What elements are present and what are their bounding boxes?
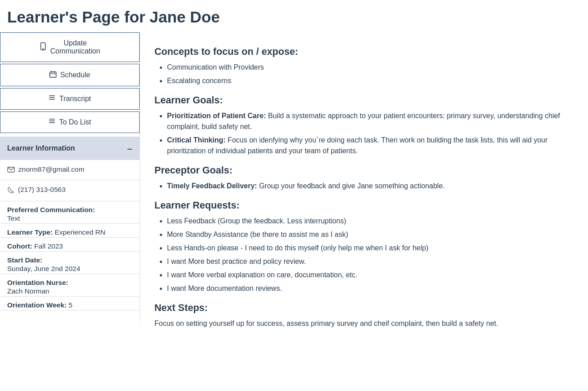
svg-point-9: [48, 96, 49, 96]
update-communication-button[interactable]: Update Communication: [0, 32, 140, 62]
start-date-label: Start Date:: [7, 256, 42, 264]
preferred-communication-row: Preferred Communication: Text: [0, 201, 140, 224]
learner-goals-list: Prioritization of Patient Care: Build a …: [154, 111, 574, 156]
main-content: Concepts to focus on / expose: Communica…: [140, 32, 588, 343]
update-communication-label: Update Communication: [50, 39, 100, 55]
email-row: znorm87@gmail.com: [0, 160, 140, 180]
learner-request-3: Less Hands-on please - I need to do this…: [167, 243, 574, 253]
svg-point-11: [48, 99, 49, 100]
schedule-button[interactable]: Schedule: [0, 64, 140, 86]
schedule-label: Schedule: [60, 71, 90, 79]
orientation-week-row: Orientation Week: 5: [0, 297, 140, 311]
orientation-week-label: Orientation Week:: [7, 301, 66, 309]
to-do-list-label: To Do List: [59, 118, 91, 126]
concepts-heading: Concepts to focus on / expose:: [154, 46, 574, 58]
svg-rect-2: [50, 72, 56, 77]
cohort-label: Cohort:: [7, 242, 32, 250]
transcript-button[interactable]: Transcript: [0, 88, 140, 110]
learner-request-5: I want More verbal explanation on care, …: [167, 270, 574, 280]
concept-item-2: Escalating concerns: [167, 76, 574, 86]
calendar-icon: [49, 71, 57, 80]
preceptor-goals-list: Timely Feedback Delivery: Group your fee…: [154, 181, 574, 191]
orientation-week-value: 5: [69, 301, 73, 309]
start-date-row: Start Date: Sunday, June 2nd 2024: [0, 252, 140, 274]
learner-goal-1-bold: Prioritization of Patient Care:: [167, 112, 266, 120]
learner-request-2: More Standby Assistance (be there to ass…: [167, 229, 574, 240]
to-do-list-button[interactable]: To Do List: [0, 111, 140, 133]
orientation-nurse-value: Zach Norman: [7, 287, 132, 295]
preceptor-goal-1-text: Group your feedback and give Jane someth…: [257, 182, 445, 190]
svg-point-15: [48, 119, 49, 120]
cohort-row: Cohort: Fall 2023: [0, 238, 140, 252]
svg-rect-1: [42, 49, 44, 49]
list-icon-todo: [48, 118, 56, 126]
learner-type-value: Experienced RN: [55, 228, 105, 236]
learner-request-4: I want More best practice and policy rev…: [167, 256, 574, 267]
orientation-nurse-label: Orientation Nurse:: [7, 279, 68, 286]
learner-type-row: Learner Type: Experienced RN: [0, 224, 140, 238]
page-title: Learner's Page for Jane Doe: [0, 0, 588, 32]
concept-item-1: Communication with Providers: [167, 62, 574, 73]
next-steps-heading: Next Steps:: [154, 302, 574, 314]
phone-row: (217) 313-0563: [0, 180, 140, 201]
learner-requests-list: Less Feedback (Group the feedback. Less …: [154, 216, 574, 294]
learner-request-1: Less Feedback (Group the feedback. Less …: [167, 216, 574, 227]
learner-request-6: I want More documentation reviews.: [167, 283, 574, 294]
orientation-nurse-row: Orientation Nurse: Zach Norman: [0, 274, 140, 297]
cohort-value: Fall 2023: [34, 242, 63, 250]
preferred-communication-label: Preferred Communication:: [7, 206, 95, 213]
svg-point-17: [48, 123, 49, 123]
preferred-communication-value: Text: [7, 214, 132, 222]
preceptor-goal-1: Timely Feedback Delivery: Group your fee…: [167, 181, 574, 191]
transcript-label: Transcript: [59, 95, 91, 103]
list-icon-transcript: [48, 95, 56, 103]
email-value: znorm87@gmail.com: [18, 165, 84, 173]
sidebar: Update Communication Schedule: [0, 32, 140, 321]
learner-goals-heading: Learner Goals:: [154, 94, 574, 106]
learner-information-label: Learner Information: [7, 144, 75, 152]
learner-goal-2-bold: Critical Thinking:: [167, 136, 226, 144]
phone-icon-info: [7, 187, 14, 196]
preceptor-goal-1-bold: Timely Feedback Delivery:: [167, 182, 257, 190]
svg-point-10: [48, 98, 49, 98]
learner-type-label: Learner Type:: [7, 228, 53, 236]
learner-goal-1: Prioritization of Patient Care: Build a …: [167, 111, 574, 132]
start-date-value: Sunday, June 2nd 2024: [7, 265, 132, 273]
concepts-list: Communication with Providers Escalating …: [154, 62, 574, 86]
svg-point-16: [48, 121, 49, 121]
preceptor-goals-heading: Preceptor Goals:: [154, 164, 574, 176]
phone-value: (217) 313-0563: [18, 186, 66, 194]
next-steps-text: Focus on setting yourself up for success…: [154, 318, 574, 329]
collapse-icon: –: [127, 143, 132, 154]
email-icon: [7, 166, 15, 174]
learner-info-body: znorm87@gmail.com (217) 313-0563 Preferr…: [0, 160, 140, 311]
learner-information-header[interactable]: Learner Information –: [0, 137, 140, 160]
learner-requests-heading: Learner Requests:: [154, 200, 574, 211]
phone-icon: [39, 42, 47, 52]
learner-goal-2: Critical Thinking: Focus on idenfying wh…: [167, 135, 574, 156]
